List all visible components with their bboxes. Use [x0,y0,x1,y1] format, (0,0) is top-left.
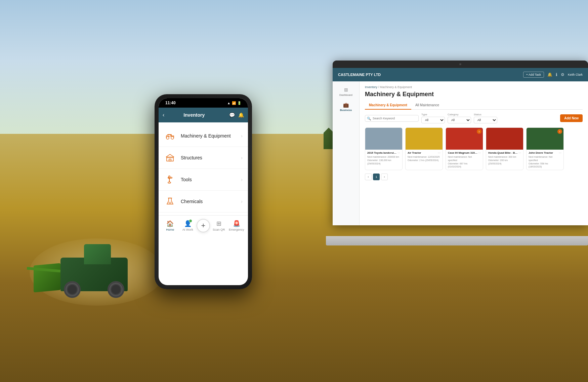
card-odometer: Odometer: 558 hrs (18/03/2023) [529,162,561,169]
type-select[interactable]: All [421,117,445,123]
card-title: Case IH Magnum 315 Tr... [448,151,478,154]
nav-actions: + Add Task 🔔 ℹ ⚙ Keith Clark [523,72,583,78]
breadcrumb: Inventory / Machinery & Equipment [365,85,583,89]
equipment-card[interactable]: ! John Deere Tractor ··· Next maintenanc… [526,127,564,170]
phone-item-label-machinery: Machinery & Equipment [181,133,236,139]
top-nav: CASTLEMAINE PTY LTD + Add Task 🔔 ℹ ⚙ Kei… [333,68,588,81]
phone-nav-add-button[interactable]: + [197,219,210,232]
chevron-right-icon: › [241,199,243,204]
card-image-4: ! [527,128,563,150]
card-menu-button[interactable]: ··· [397,151,400,155]
card-info-3: Honda Quad Bike - Big ... ··· Next maint… [486,150,523,166]
phone-nav-home[interactable]: 🏠 Home [161,220,179,231]
phone-item-label-tools: Tools [181,177,236,182]
equipment-card[interactable]: ! Case IH Magnum 315 Tr... ··· Next main… [446,127,483,170]
add-new-button[interactable]: Add New [560,114,583,122]
card-menu-button[interactable]: ··· [559,151,561,155]
laptop-base [326,236,588,245]
equipment-card[interactable]: Honda Quad Bike - Big ... ··· Next maint… [486,127,523,170]
prev-page-btn[interactable]: ‹ [365,174,372,180]
card-meta: Next maintenance: Not specified Odometer… [529,155,561,168]
emergency-icon: 🚨 [233,220,240,227]
phone-list-item-tools[interactable]: Tools › [159,169,248,191]
card-meta: Next maintenance: 300 km Odometer: 200 k… [488,155,521,165]
phone-nav-scan[interactable]: ⊞ Scan QR [210,220,228,231]
card-next-maintenance: Next maintenance: 300 km [488,155,521,159]
card-meta: Next maintenance: Not specified Odometer… [448,155,481,168]
category-label: Category [448,113,471,116]
type-label: Type [421,113,445,116]
phone-header-icons: 💬 🔔 [229,112,244,118]
phone-nav-emergency[interactable]: 🚨 Emergency [228,220,246,231]
next-page-btn[interactable]: › [381,174,388,180]
phone: 11:40 ▲ 📶 🔋 ‹ Inventory 💬 🔔 [155,94,252,289]
category-select[interactable]: All [448,117,471,123]
card-header-row: Honda Quad Bike - Big ... ··· [488,151,521,155]
search-input[interactable] [365,115,419,122]
qr-icon: ⊞ [216,220,221,227]
phone-chat-icon[interactable]: 💬 [229,112,235,118]
phone-list-item-chemicals[interactable]: Chemicals › [159,191,248,213]
card-title: 2015 Toyota landcruiser.... [367,151,397,154]
phone-nav-emergency-label: Emergency [229,228,244,231]
laptop-screen: CASTLEMAINE PTY LTD + Add Task 🔔 ℹ ⚙ Kei… [333,61,588,225]
sidebar-item-dashboard[interactable]: ⊞ Dashboard [333,84,359,99]
phone-outer: 11:40 ▲ 📶 🔋 ‹ Inventory 💬 🔔 [155,94,252,289]
phone-back-button[interactable]: ‹ [163,112,164,118]
tab-maintenance[interactable]: All Maintenance [411,101,443,110]
add-task-button[interactable]: + Add Task [523,72,544,78]
tab-machinery[interactable]: Machinery & Equipment [365,101,411,110]
card-menu-button[interactable]: ··· [438,151,440,155]
card-odometer: Odometer: 2 hrs (29/05/2024) [408,159,440,162]
card-title: Honda Quad Bike - Big ... [488,151,518,154]
svg-point-0 [166,137,169,139]
status-select[interactable]: All [474,117,497,123]
phone-title: Inventory [167,112,221,118]
info-icon[interactable]: ℹ [556,72,557,77]
at-work-icon: 👤 [184,220,192,227]
page-1-btn[interactable]: 1 [373,174,380,180]
card-info-1: Air Tractor ··· Next maintenance: 12/03/… [406,150,443,163]
phone-status-icons: ▲ 📶 🔋 [227,101,241,105]
laptop-camera [459,63,461,65]
card-next-maintenance: Next maintenance: 200000 km [367,155,400,159]
bell-icon[interactable]: 🔔 [547,72,552,77]
card-meta: Next maintenance: 200000 km Odometer: 13… [367,155,400,165]
settings-icon[interactable]: ⚙ [561,72,564,77]
phone-item-label-chemicals: Chemicals [181,199,236,204]
chemicals-icon [164,195,176,207]
breadcrumb-parent[interactable]: Inventory [365,85,377,89]
equipment-card[interactable]: Air Tractor ··· Next maintenance: 12/03/… [405,127,443,170]
category-filter: Category All [448,113,471,123]
dashboard-icon: ⊞ [343,87,349,93]
phone-header: ‹ Inventory 💬 🔔 [159,108,248,122]
phone-bell-icon[interactable]: 🔔 [238,112,244,118]
phone-item-label-structures: Structures [181,155,236,160]
card-menu-button[interactable]: ··· [478,151,481,155]
user-name: Keith Clark [568,73,583,76]
phone-notch [193,98,213,105]
harvester [47,237,155,298]
card-image-2: ! [446,128,483,150]
equipment-card[interactable]: 2015 Toyota landcruiser.... ··· Next mai… [365,127,403,170]
chevron-right-icon: › [241,133,243,139]
phone-inner: 11:40 ▲ 📶 🔋 ‹ Inventory 💬 🔔 [159,98,248,285]
phone-list-item-structures[interactable]: Structures › [159,147,248,169]
chevron-right-icon: › [241,155,243,160]
phone-nav-at-work[interactable]: 👤 At Work [179,220,197,231]
card-header-row: 2015 Toyota landcruiser.... ··· [367,151,400,155]
card-odometer: Odometer: 200 km (25/05/2024) [488,159,521,165]
phone-list-item-machinery[interactable]: Machinery & Equipment › [159,125,248,147]
card-menu-button[interactable]: ··· [518,151,521,155]
chevron-right-icon: › [241,177,243,182]
alert-badge: ! [557,129,562,134]
side-nav: ⊞ Dashboard 💼 Business [333,81,360,225]
machinery-icon [164,130,176,142]
card-meta: Next maintenance: 12/03/2025 Odometer: 2… [408,155,440,162]
status-label: Status [474,113,497,116]
sidebar-label-business: Business [340,109,352,112]
sidebar-item-business[interactable]: 💼 Business [333,99,359,114]
search-wrap: 🔍 [365,115,419,122]
card-next-maintenance: Next maintenance: 12/03/2025 [408,155,440,159]
app-container: CASTLEMAINE PTY LTD + Add Task 🔔 ℹ ⚙ Kei… [333,68,588,225]
